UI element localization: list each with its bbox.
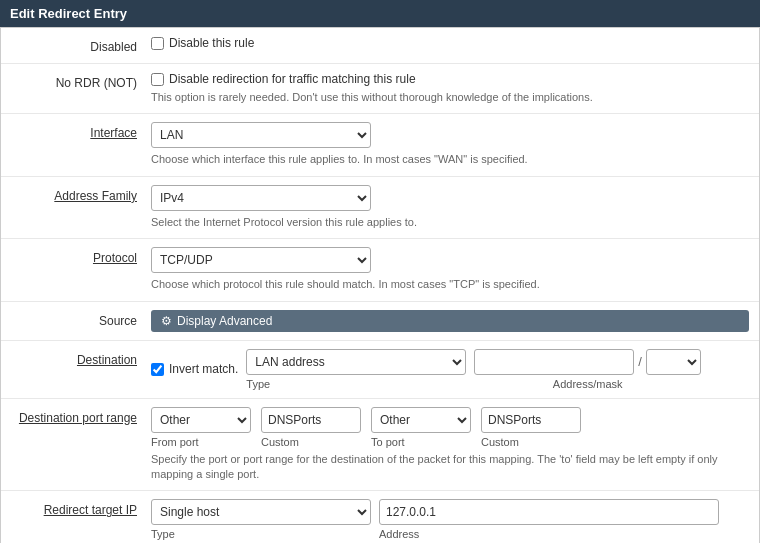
source-row: Source ⚙ Display Advanced <box>1 302 759 341</box>
from-port-custom-group: Custom <box>261 407 361 448</box>
gear-icon: ⚙ <box>161 314 172 328</box>
disabled-row: Disabled Disable this rule <box>1 28 759 64</box>
protocol-select[interactable]: TCP/UDP TCP UDP ICMP <box>151 247 371 273</box>
no-rdr-row: No RDR (NOT) Disable redirection for tra… <box>1 64 759 114</box>
source-label: Source <box>11 310 151 328</box>
redirect-ip-type-label: Type <box>151 528 371 540</box>
no-rdr-content: Disable redirection for traffic matching… <box>151 72 749 105</box>
from-port-type-label: From port <box>151 436 251 448</box>
invert-match-label[interactable]: Invert match. <box>151 362 238 376</box>
redirect-target-ip-row: Redirect target IP Single host Network a… <box>1 491 759 543</box>
destination-address-group: / 24 32 Address/mask <box>474 349 701 390</box>
interface-row: Interface LAN WAN lo0 Choose which inter… <box>1 114 759 176</box>
redirect-target-ip-content: Single host Network any Type Address Ent… <box>151 499 749 543</box>
no-rdr-help: This option is rarely needed. Don't use … <box>151 90 749 105</box>
from-port-type-select[interactable]: Other any HTTP <box>151 407 251 433</box>
protocol-help: Choose which protocol this rule should m… <box>151 277 749 292</box>
redirect-ip-address-label: Address <box>379 528 719 540</box>
interface-content: LAN WAN lo0 Choose which interface this … <box>151 122 749 167</box>
no-rdr-checkbox-label[interactable]: Disable redirection for traffic matching… <box>151 72 749 86</box>
destination-row: Destination Invert match. LAN address WA… <box>1 341 759 399</box>
invert-match-checkbox[interactable] <box>151 363 164 376</box>
to-port-custom-input[interactable] <box>481 407 581 433</box>
disabled-checkbox[interactable] <box>151 37 164 50</box>
redirect-ip-type-group: Single host Network any Type <box>151 499 371 540</box>
address-family-label: Address Family <box>11 185 151 203</box>
no-rdr-checkbox[interactable] <box>151 73 164 86</box>
from-port-group: Other any HTTP From port <box>151 407 251 448</box>
destination-type-select[interactable]: LAN address WAN address Single host Netw… <box>246 349 466 375</box>
slash-separator: / <box>638 354 642 369</box>
destination-controls: Invert match. LAN address WAN address Si… <box>151 349 749 390</box>
redirect-ip-address-input[interactable] <box>379 499 719 525</box>
address-family-select[interactable]: IPv4 IPv6 IPv4+IPv6 <box>151 185 371 211</box>
address-family-row: Address Family IPv4 IPv6 IPv4+IPv6 Selec… <box>1 177 759 239</box>
destination-label: Destination <box>11 349 151 367</box>
disabled-content: Disable this rule <box>151 36 749 50</box>
destination-address-input[interactable] <box>474 349 634 375</box>
interface-label: Interface <box>11 122 151 140</box>
destination-port-range-row: Destination port range Other any HTTP Fr… <box>1 399 759 492</box>
from-port-custom-input[interactable] <box>261 407 361 433</box>
redirect-ip-type-select[interactable]: Single host Network any <box>151 499 371 525</box>
display-advanced-button[interactable]: ⚙ Display Advanced <box>151 310 749 332</box>
address-family-content: IPv4 IPv6 IPv4+IPv6 Select the Internet … <box>151 185 749 230</box>
destination-type-label: Type <box>246 378 466 390</box>
destination-mask-select[interactable]: 24 32 <box>646 349 701 375</box>
to-port-type-label: To port <box>371 436 471 448</box>
page-title: Edit Redirect Entry <box>10 6 127 21</box>
edit-redirect-form: Disabled Disable this rule No RDR (NOT) … <box>0 27 760 543</box>
protocol-label: Protocol <box>11 247 151 265</box>
interface-select[interactable]: LAN WAN lo0 <box>151 122 371 148</box>
redirect-ip-controls: Single host Network any Type Address <box>151 499 749 540</box>
to-port-type-select[interactable]: Other any HTTP <box>371 407 471 433</box>
protocol-content: TCP/UDP TCP UDP ICMP Choose which protoc… <box>151 247 749 292</box>
destination-address-label: Address/mask <box>553 378 623 390</box>
destination-port-range-content: Other any HTTP From port Custom Other an… <box>151 407 749 483</box>
destination-content: Invert match. LAN address WAN address Si… <box>151 349 749 390</box>
disabled-checkbox-label[interactable]: Disable this rule <box>151 36 749 50</box>
no-rdr-label: No RDR (NOT) <box>11 72 151 90</box>
port-row-controls: Other any HTTP From port Custom Other an… <box>151 407 749 448</box>
page-header: Edit Redirect Entry <box>0 0 760 27</box>
redirect-target-ip-label: Redirect target IP <box>11 499 151 517</box>
destination-port-range-label: Destination port range <box>11 407 151 425</box>
source-content: ⚙ Display Advanced <box>151 310 749 332</box>
interface-help: Choose which interface this rule applies… <box>151 152 749 167</box>
to-port-custom-label: Custom <box>481 436 581 448</box>
from-port-custom-label: Custom <box>261 436 361 448</box>
destination-port-help: Specify the port or port range for the d… <box>151 452 749 483</box>
address-family-help: Select the Internet Protocol version thi… <box>151 215 749 230</box>
to-port-custom-group: Custom <box>481 407 581 448</box>
disabled-label: Disabled <box>11 36 151 54</box>
redirect-ip-address-group: Address <box>379 499 719 540</box>
destination-type-group: LAN address WAN address Single host Netw… <box>246 349 466 390</box>
protocol-row: Protocol TCP/UDP TCP UDP ICMP Choose whi… <box>1 239 759 301</box>
to-port-group: Other any HTTP To port <box>371 407 471 448</box>
